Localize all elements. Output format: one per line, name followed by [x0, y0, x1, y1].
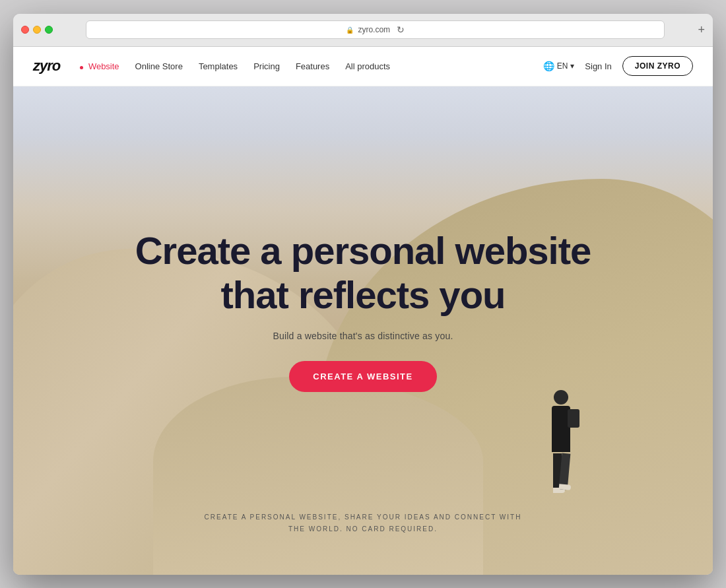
create-website-button[interactable]: CREATE A WEBSITE — [289, 361, 436, 392]
nav-links: Website Online Store Templates Pricing F… — [80, 61, 390, 71]
nav-item-features[interactable]: Features — [296, 61, 329, 71]
person-figure — [541, 390, 581, 509]
person-shoe-right — [559, 484, 572, 490]
browser-chrome: 🔒 zyro.com ↻ + — [13, 14, 713, 47]
close-button[interactable] — [21, 26, 29, 34]
new-tab-button[interactable]: + — [698, 23, 705, 37]
dune-mid — [153, 377, 483, 575]
nav-item-online-store[interactable]: Online Store — [135, 61, 183, 71]
language-selector[interactable]: 🌐 EN ▾ — [543, 61, 575, 71]
globe-icon: 🌐 — [543, 61, 554, 71]
navbar: zyro Website Online Store Templates Pric… — [13, 47, 713, 86]
nav-item-pricing[interactable]: Pricing — [253, 61, 280, 71]
hero-subtitle: Build a website that's as distinctive as… — [135, 331, 591, 341]
hero-tagline: CREATE A PERSONAL WEBSITE, SHARE YOUR ID… — [205, 511, 522, 535]
nav-right: 🌐 EN ▾ Sign In JOIN ZYRO — [543, 56, 693, 76]
site-logo[interactable]: zyro — [33, 57, 60, 75]
hero-title: Create a personal website that reflects … — [135, 229, 591, 317]
lock-icon: 🔒 — [346, 26, 354, 34]
hero-section: Create a personal website that reflects … — [13, 86, 713, 575]
chevron-down-icon: ▾ — [570, 61, 574, 71]
browser-window: 🔒 zyro.com ↻ + zyro Website Online Store… — [13, 14, 713, 575]
active-indicator — [80, 66, 83, 69]
maximize-button[interactable] — [45, 26, 53, 34]
nav-item-templates[interactable]: Templates — [199, 61, 238, 71]
person-body — [552, 406, 570, 452]
address-bar[interactable]: 🔒 zyro.com ↻ — [86, 20, 665, 39]
minimize-button[interactable] — [33, 26, 41, 34]
sign-in-link[interactable]: Sign In — [585, 61, 611, 71]
hero-content: Create a personal website that reflects … — [122, 216, 605, 405]
refresh-button[interactable]: ↻ — [397, 24, 405, 35]
url-text: zyro.com — [358, 25, 390, 34]
nav-item-website[interactable]: Website — [80, 61, 119, 71]
site-content: zyro Website Online Store Templates Pric… — [13, 47, 713, 575]
nav-item-all-products[interactable]: All products — [345, 61, 390, 71]
traffic-lights — [21, 26, 53, 34]
person-backpack — [568, 409, 579, 428]
join-button[interactable]: JOIN ZYRO — [622, 56, 693, 76]
